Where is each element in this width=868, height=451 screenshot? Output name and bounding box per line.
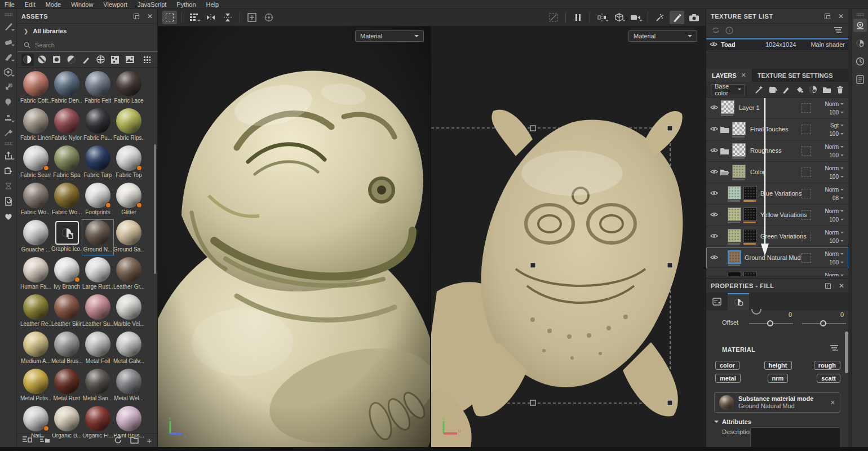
stamp-tool[interactable] bbox=[2, 110, 15, 125]
list-folder-icon[interactable] bbox=[40, 436, 50, 444]
asset-large-rust[interactable]: Large Rust... bbox=[82, 257, 113, 292]
blend-mode-dropdown[interactable]: Norm bbox=[813, 185, 844, 194]
layer-row-green-variations[interactable]: Green VariationsNorm100 bbox=[706, 226, 848, 247]
sync-icon[interactable] bbox=[712, 26, 720, 35]
paint-tool[interactable] bbox=[2, 19, 15, 34]
asset-leather-skin[interactable]: Leather Skin bbox=[51, 294, 82, 329]
asset-fabric-linen[interactable]: Fabric Linen bbox=[20, 108, 51, 143]
blend-opacity-controls[interactable]: Norm100 bbox=[813, 100, 844, 117]
projection-tool[interactable] bbox=[2, 49, 15, 64]
layer-thumbnail[interactable] bbox=[728, 207, 741, 221]
display-settings-icon[interactable] bbox=[853, 19, 867, 32]
asset-leather-gr[interactable]: Leather Gr... bbox=[113, 257, 144, 292]
hourglass-icon[interactable] bbox=[2, 178, 15, 193]
visibility-eye-icon[interactable] bbox=[710, 104, 718, 111]
rotation-dial[interactable] bbox=[751, 309, 761, 315]
uv-tiling-icon[interactable] bbox=[801, 167, 811, 177]
uv-tiling-icon[interactable] bbox=[801, 253, 811, 263]
materials-filter-icon[interactable] bbox=[21, 54, 34, 66]
tab-projection-settings[interactable] bbox=[706, 293, 728, 310]
asset-fabric-top[interactable]: Fabric Top bbox=[113, 145, 144, 180]
resources-icon[interactable] bbox=[2, 163, 15, 178]
menu-window[interactable]: Window bbox=[71, 1, 93, 8]
asset-metal-galv[interactable]: Metal Galv... bbox=[113, 331, 144, 366]
asset-fabric-nylon[interactable]: Fabric Nylon bbox=[51, 108, 82, 143]
asset-metal-brus[interactable]: Metal Brus... bbox=[51, 331, 82, 366]
layer-row-partial[interactable]: Norm bbox=[706, 269, 848, 276]
layer-thumbnail[interactable] bbox=[732, 165, 746, 178]
open-folder-icon[interactable] bbox=[720, 169, 730, 177]
asset-gouache[interactable]: Gouache ... bbox=[20, 220, 51, 255]
blend-mode-dropdown[interactable]: Sgt bbox=[813, 121, 844, 130]
smudge-tool[interactable] bbox=[2, 79, 15, 95]
opacity-dropdown[interactable]: 100 bbox=[813, 130, 844, 138]
marquee-select-icon[interactable] bbox=[162, 11, 177, 24]
asset-fabric-wo[interactable]: Fabric Wo... bbox=[51, 183, 82, 218]
brush-icon[interactable] bbox=[670, 11, 684, 24]
channel-scatt-button[interactable]: scatt bbox=[817, 374, 840, 383]
tab-material-properties[interactable] bbox=[728, 293, 749, 310]
particles-brush-icon[interactable] bbox=[653, 11, 667, 24]
delete-trash-icon[interactable] bbox=[836, 86, 844, 94]
texture-set-row[interactable]: Toad 1024x1024 Main shader bbox=[706, 38, 848, 50]
asset-human-fa[interactable]: Human Fa... bbox=[20, 257, 51, 292]
pause-engine-icon[interactable] bbox=[570, 11, 585, 24]
blend-opacity-controls[interactable]: Sgt100 bbox=[813, 121, 844, 138]
blend-mode-dropdown[interactable]: Norm bbox=[813, 207, 844, 215]
attributes-section[interactable]: Attributes bbox=[714, 418, 751, 425]
assets-breadcrumb[interactable]: ❯ All libraries bbox=[17, 24, 157, 38]
list-details-icon[interactable] bbox=[23, 436, 32, 444]
smart-masks-filter-icon[interactable] bbox=[51, 54, 63, 66]
close-panel-icon[interactable]: ✕ bbox=[839, 283, 844, 289]
channel-color-button[interactable]: color bbox=[715, 361, 739, 370]
visibility-eye-icon[interactable] bbox=[710, 41, 718, 48]
layer-thumbnail[interactable] bbox=[732, 143, 746, 157]
layer-row-yellow-variations[interactable]: Yellow VariationsNorm100 bbox=[706, 205, 848, 226]
layer-row-layer-1[interactable]: Layer 1Norm100 bbox=[706, 98, 848, 119]
layer-thumbnail[interactable] bbox=[721, 100, 734, 114]
channel-height-button[interactable]: height bbox=[764, 361, 792, 370]
layer-row-color[interactable]: ColorNorm100 bbox=[706, 162, 848, 183]
blend-mode-dropdown[interactable]: Norm bbox=[813, 164, 844, 173]
opacity-dropdown[interactable]: 100 bbox=[813, 151, 844, 160]
layer-mask-thumbnail[interactable] bbox=[743, 186, 757, 200]
asset-ivy-branch[interactable]: Ivy Branch bbox=[51, 257, 82, 292]
menu-javascript[interactable]: JavaScript bbox=[138, 1, 166, 8]
asset-footprints[interactable]: Footprints bbox=[82, 183, 113, 218]
visibility-eye-icon[interactable] bbox=[710, 233, 718, 240]
opacity-dropdown[interactable]: 100 bbox=[813, 173, 844, 181]
float-panel-icon[interactable] bbox=[825, 14, 830, 19]
opacity-dropdown[interactable]: 100 bbox=[813, 108, 844, 117]
add-fill-layer-icon[interactable] bbox=[769, 86, 777, 94]
search-input[interactable]: Search bbox=[17, 38, 157, 52]
menu-python[interactable]: Python bbox=[176, 1, 196, 8]
opacity-dropdown[interactable]: 08 bbox=[813, 194, 844, 202]
shader-settings-icon[interactable] bbox=[853, 37, 867, 50]
snap-icon[interactable] bbox=[245, 11, 259, 24]
asset-graphic-ico[interactable]: Graphic Ico... bbox=[51, 220, 82, 255]
opacity-dropdown[interactable]: 100 bbox=[813, 258, 844, 267]
mirror-vertical-icon[interactable] bbox=[220, 11, 235, 24]
color-picker-tool[interactable] bbox=[2, 125, 15, 140]
export-icon[interactable] bbox=[2, 148, 15, 163]
asset-fabric-spa[interactable]: Fabric Spa bbox=[51, 145, 82, 180]
visibility-eye-icon[interactable] bbox=[710, 276, 718, 276]
close-panel-icon[interactable]: ✕ bbox=[838, 14, 844, 19]
layer-row-ground-natural-mud[interactable]: Ground Natural MudNorm100 bbox=[706, 247, 848, 269]
close-tab-icon[interactable]: ✕ bbox=[741, 72, 746, 79]
menu-viewport[interactable]: Viewport bbox=[103, 1, 127, 8]
shading-mode-dropdown-2d[interactable]: Material bbox=[628, 30, 697, 42]
properties-scrollbar[interactable] bbox=[845, 331, 848, 373]
blend-opacity-controls[interactable]: Norm08 bbox=[813, 185, 844, 202]
layer-thumbnail[interactable] bbox=[728, 250, 741, 264]
asset-leather-su[interactable]: Leather Su... bbox=[82, 294, 113, 329]
blend-mode-dropdown[interactable]: Norm bbox=[813, 271, 844, 276]
layer-thumbnail[interactable] bbox=[728, 229, 741, 242]
asset-fabric-tarp[interactable]: Fabric Tarp bbox=[82, 145, 113, 180]
filters-filter-icon[interactable] bbox=[65, 54, 78, 66]
deselect-icon[interactable] bbox=[546, 11, 561, 24]
offset-u-slider[interactable] bbox=[749, 323, 793, 324]
asset-fabric-rips[interactable]: Fabric Rips... bbox=[113, 108, 144, 143]
grid-view-icon[interactable] bbox=[140, 54, 153, 66]
asset-ground-n[interactable]: Ground N... bbox=[82, 220, 113, 255]
